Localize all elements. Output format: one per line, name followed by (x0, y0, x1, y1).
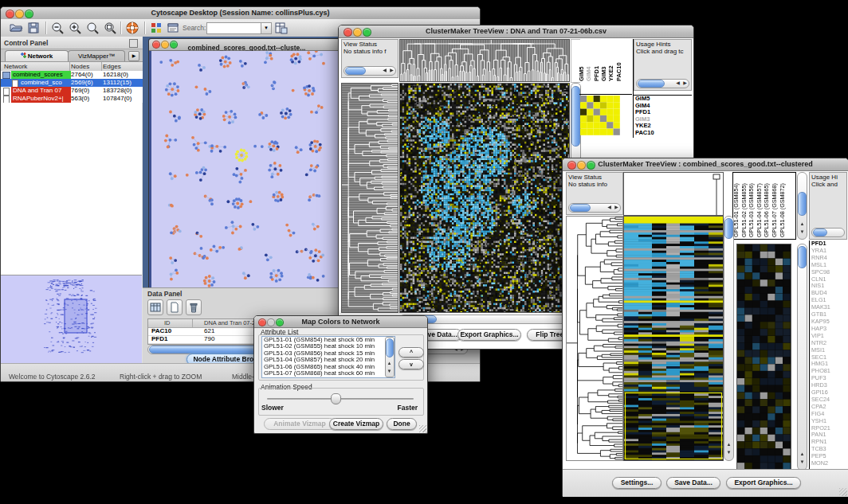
network-canvas-1[interactable] (151, 51, 340, 292)
network-row-combined-sco[interactable]: combined_sco2569(6)13112(15) (1, 79, 143, 87)
edges-count: 16218(0) (103, 71, 128, 79)
network-row-combined-scores[interactable]: combined_scores2764(0)16218(0) (1, 71, 143, 79)
col-label-pac10: PAC10 (615, 62, 622, 81)
column-header-edges[interactable]: Edges (103, 63, 121, 70)
main-title-bar[interactable]: Cytoscape Desktop (Session Name: collins… (1, 7, 480, 20)
control-panel: Control Panel NetworkVizMapper™▶ Network… (1, 37, 143, 363)
tv2-row-dendrogram[interactable] (566, 216, 623, 461)
slower-label: Slower (261, 404, 284, 412)
export-graphics-button[interactable]: Export Graphics... (726, 477, 801, 489)
network-tree-empty-area (1, 103, 142, 275)
view-status-text: View StatusNo status info f (342, 40, 398, 56)
close-button[interactable] (152, 41, 160, 49)
edges-count: 107847(0) (103, 95, 132, 103)
resize-grip[interactable] (419, 425, 426, 432)
vizmap-icon[interactable] (149, 21, 163, 35)
network-name: combined_sco (19, 79, 64, 87)
close-button[interactable] (344, 28, 352, 37)
zoom-button[interactable] (170, 41, 178, 49)
minimize-button[interactable] (577, 161, 586, 170)
tab-overflow-arrow[interactable]: ▶ (128, 51, 139, 61)
minimize-button[interactable] (161, 41, 169, 49)
tv2-heat-vscrollbar[interactable]: ▲▼ (724, 216, 734, 461)
tv1-heatmap[interactable] (399, 83, 570, 313)
move-down-button[interactable]: v (398, 359, 424, 369)
trash-icon[interactable] (186, 299, 202, 315)
tv2-status-scrollbar[interactable]: ◀▶ (568, 203, 621, 213)
zoom-button[interactable] (363, 28, 371, 37)
network-view-window-1[interactable]: combined_scores_good.txt--cluste... (148, 38, 345, 297)
tv1-column-dendrogram[interactable] (399, 39, 570, 82)
network-row-dna-and-tran-07[interactable]: DNA and Tran 07769(0)183728(0) (1, 87, 143, 95)
treeview1-title-bar[interactable]: ClusterMaker TreeView : DNA and Tran 07-… (339, 25, 693, 38)
search-input[interactable] (206, 22, 262, 34)
tv2-column-dendrogram[interactable] (623, 172, 724, 216)
minimize-button[interactable] (353, 28, 362, 37)
search-dropdown-arrow-icon[interactable]: ▼ (261, 22, 272, 34)
minimize-button[interactable] (15, 10, 24, 18)
network-name: combined_scores (11, 71, 71, 79)
settings-button[interactable]: Settings... (612, 477, 662, 489)
dialog-title: Map Colors to Network (301, 316, 379, 327)
zoom-fit-icon[interactable] (103, 21, 117, 35)
help-ring-icon[interactable] (125, 21, 139, 35)
tab-vizmapper-[interactable]: VizMapper™ (68, 50, 125, 61)
tv1-row-dendrogram[interactable] (341, 83, 398, 313)
save-icon[interactable] (26, 21, 41, 35)
nodes-count: 2569(6) (71, 79, 93, 87)
tv1-hints-scrollbar[interactable]: ◀▶ (636, 79, 689, 88)
zoom-button[interactable] (25, 10, 33, 18)
close-button[interactable] (567, 161, 576, 170)
speed-slider-thumb[interactable] (331, 393, 341, 404)
zoom-out-icon[interactable] (50, 21, 65, 35)
column-header-nodes[interactable]: Nodes (71, 63, 89, 70)
network-name: DNA and Tran 07 (11, 87, 71, 95)
tab-network[interactable]: Network (5, 50, 69, 61)
birdseye-view[interactable] (1, 275, 142, 363)
float-panel-icon[interactable] (129, 39, 138, 48)
zoom-button[interactable] (276, 318, 284, 326)
open-folder-icon[interactable] (9, 21, 23, 35)
animate-vizmap-button[interactable]: Animate Vizmap (264, 418, 336, 430)
treeview2-title-bar[interactable]: ClusterMaker TreeView : combined_scores_… (563, 158, 848, 171)
zoom-button[interactable] (587, 161, 595, 170)
tv1-mini-heatmap[interactable] (580, 96, 620, 135)
import-table-icon[interactable] (273, 21, 288, 35)
zoom-in-icon[interactable] (68, 21, 82, 35)
export-graphics-button[interactable]: Export Graphics... (457, 329, 521, 341)
tv2-heatmap[interactable] (623, 216, 724, 461)
network-table: combined_scores2764(0)16218(0)combined_s… (1, 71, 143, 103)
tv2-hints-scrollbar[interactable] (811, 228, 845, 237)
dialog-title-bar[interactable]: Map Colors to Network (254, 316, 427, 328)
magnify-icon[interactable] (85, 21, 100, 35)
folder-icon (2, 72, 10, 79)
dp-col-id[interactable]: ID (164, 319, 171, 326)
nodes-count: 563(0) (71, 95, 89, 103)
attribute-item[interactable]: GPL51-07 (GSM868) heat shock 60 min (262, 370, 395, 377)
minimize-button[interactable] (267, 318, 275, 326)
network-name: RNAPuberNov2+| (11, 95, 71, 103)
done-button[interactable]: Done (387, 418, 417, 430)
annotation-icon[interactable] (166, 21, 180, 35)
close-button[interactable] (6, 10, 14, 18)
close-button[interactable] (258, 318, 266, 326)
create-vizmap-button[interactable]: Create Vizmap (329, 418, 383, 430)
attribute-listbox[interactable]: GPL51-01 (GSM854) heat shock 05 minGPL51… (261, 336, 395, 378)
tv2-button-bar: Settings...Save Data...Export Graphics..… (563, 469, 848, 497)
attribute-list-scrollbar[interactable]: ▲▼ (385, 337, 395, 377)
save-data-button[interactable]: Save Data... (666, 477, 720, 489)
table-icon[interactable] (147, 299, 163, 315)
move-up-button[interactable]: ^ (398, 347, 424, 357)
tv2-mini-heatmap[interactable] (736, 244, 791, 471)
column-header-network[interactable]: Network (4, 63, 27, 70)
new-document-icon[interactable] (167, 299, 183, 315)
tv2-mini-vscrollbar[interactable]: ▲▼ (797, 244, 807, 471)
tv1-status-scrollbar[interactable]: ◀▶ (344, 66, 396, 76)
tv2-column-labels: GPL51-01 (GSM854)GPL51-02 (GSM855)GPL51-… (732, 172, 796, 240)
control-panel-tabs: NetworkVizMapper™▶ (1, 49, 143, 62)
resize-grip[interactable] (839, 488, 847, 496)
network-row-rnapubernov2-[interactable]: RNAPuberNov2+|563(0)107847(0) (1, 95, 143, 103)
desktop: Cytoscape Desktop (Session Name: collins… (0, 0, 848, 504)
tv2-collabel-scrollbar[interactable]: ▲▼ (797, 172, 807, 240)
col-label: GPL51-03 (GSM856) (748, 183, 755, 237)
